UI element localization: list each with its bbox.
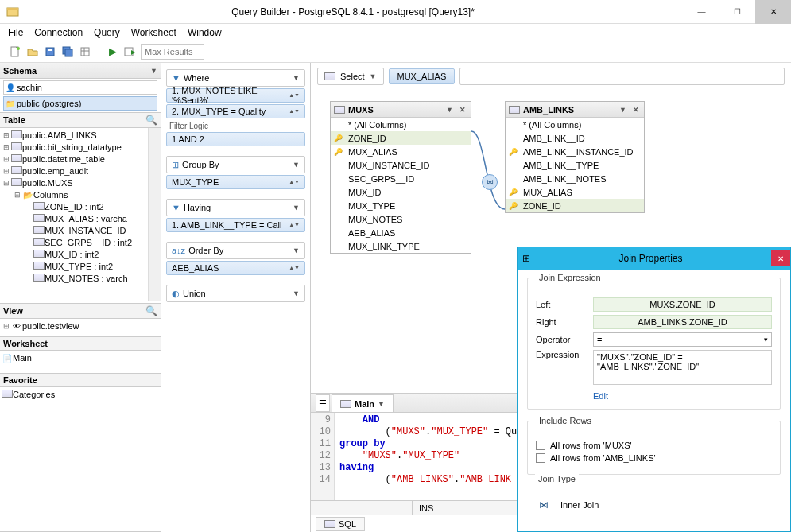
join-type-legend: Join Type (535, 474, 579, 483)
toolbar: ▶ (0, 41, 791, 63)
col-row[interactable]: * (All Columns) (331, 118, 471, 131)
col-row[interactable]: AMB_LINK__NOTES (506, 172, 644, 185)
tree-item[interactable]: ⊞public.AMB_LINKS (2, 130, 148, 142)
sql-icon (324, 520, 335, 528)
favorite-header: Favorite (3, 375, 37, 385)
where-header[interactable]: ▼Where▼ (166, 69, 305, 87)
select-column-pill[interactable]: MUX_ALIAS (389, 68, 456, 84)
inner-join-icon: ⋈ (535, 499, 553, 511)
table-header: Table (3, 115, 25, 125)
select-drop-area[interactable] (459, 68, 785, 85)
tree-item[interactable]: ⊟public.MUXS (2, 177, 148, 189)
dialog-close-button[interactable]: ✕ (771, 250, 790, 266)
window-title: Query Builder - PostgreSQL 8.4.1 - postg… (22, 6, 684, 17)
orderby-header[interactable]: a↓zOrder By▼ (166, 242, 305, 259)
union-header[interactable]: ◐Union▼ (166, 285, 305, 302)
include-amb-checkbox[interactable]: All rows from 'AMB_LINKS' (536, 453, 772, 463)
menu-file[interactable]: File (8, 27, 23, 38)
close-button[interactable]: ✕ (755, 0, 791, 24)
tree-col[interactable]: MUX_INSTANCE_ID (2, 225, 148, 237)
key-icon: 🔑 (509, 188, 520, 196)
table-muxs[interactable]: MUXS▼✕ * (All Columns) 🔑ZONE_ID 🔑MUX_ALI… (330, 101, 471, 254)
grid-icon[interactable] (78, 45, 92, 59)
col-row[interactable]: MUX_TYPE (331, 199, 471, 212)
edit-link[interactable]: Edit (536, 391, 608, 401)
maximize-button[interactable]: ☐ (719, 0, 755, 24)
minimize-button[interactable]: — (684, 0, 719, 24)
sort-icon: a↓z (172, 246, 185, 255)
filter-logic-value[interactable]: 1 AND 2 (166, 132, 305, 146)
key-icon: 🔑 (334, 134, 345, 142)
select-dropdown[interactable]: Select▼ (317, 68, 384, 85)
groupby-header[interactable]: ⊞Group By▼ (166, 156, 305, 173)
tab-sql[interactable]: SQL (316, 517, 365, 531)
col-row[interactable]: MUX_LINK_TYPE (331, 239, 471, 253)
col-row[interactable]: MUX_ID (331, 185, 471, 199)
tree-col[interactable]: SEC_GRPS__ID : int2 (2, 237, 148, 249)
join-node[interactable]: ⋈ (482, 174, 498, 190)
menu-window[interactable]: Window (188, 27, 222, 38)
tree-col[interactable]: MUX_ALIAS : varcha (2, 213, 148, 225)
search-icon[interactable]: 🔍 (145, 115, 157, 126)
col-row[interactable]: 🔑ZONE_ID (506, 199, 644, 212)
groupby-item[interactable]: MUX_TYPE▲▼ (166, 175, 305, 189)
col-row[interactable]: * (All Columns) (506, 118, 644, 131)
col-row[interactable]: 🔑AMB_LINK__INSTANCE_ID (506, 145, 644, 158)
having-header[interactable]: ▼Having▼ (166, 199, 305, 216)
tree-item[interactable]: ⊞public.datetime_table (2, 153, 148, 165)
view-item[interactable]: ⊞👁public.testview (2, 320, 161, 332)
join-right-value[interactable]: AMB_LINKS.ZONE_ID (593, 315, 772, 329)
menu-connection[interactable]: Connection (34, 27, 83, 38)
where-item[interactable]: 2. MUX_TYPE = Quality▲▼ (166, 104, 305, 118)
tree-col[interactable]: MUX_TYPE : int2 (2, 261, 148, 273)
col-row[interactable]: MUX_NOTES (331, 212, 471, 226)
include-muxs-checkbox[interactable]: All rows from 'MUXS' (536, 441, 772, 450)
open-icon[interactable] (25, 45, 40, 59)
join-left-value[interactable]: MUXS.ZONE_ID (593, 297, 772, 312)
tree-item[interactable]: ⊞public.emp_audit (2, 165, 148, 177)
run-icon[interactable]: ▶ (106, 45, 120, 59)
menu-worksheet[interactable]: Worksheet (131, 27, 176, 38)
search-icon[interactable]: 🔍 (145, 305, 157, 316)
orderby-item[interactable]: AEB_ALIAS▲▼ (166, 261, 305, 275)
tree-item[interactable]: ⊞public.bit_string_datatype (2, 142, 148, 153)
schema-public-row[interactable]: 📁public (postgres) (3, 96, 157, 111)
new-icon[interactable] (8, 45, 22, 59)
favorite-item[interactable]: Categories (2, 389, 161, 401)
table-icon (324, 72, 335, 80)
having-item[interactable]: 1. AMB_LINK__TYPE = Call▲▼ (166, 218, 305, 232)
save-icon[interactable] (43, 45, 57, 59)
table-amb-links[interactable]: AMB_LINKS▼✕ * (All Columns) AMB_LINK__ID… (505, 101, 645, 213)
operator-combo[interactable]: =▾ (593, 332, 772, 347)
list-icon[interactable]: ☰ (316, 394, 330, 412)
close-icon[interactable]: ✕ (631, 106, 641, 114)
join-type-value: Inner Join (560, 500, 599, 510)
max-results-input[interactable] (141, 44, 204, 60)
schema-header[interactable]: Schema▼ (0, 63, 161, 79)
col-row[interactable]: MUX_INSTANCE_ID (331, 158, 471, 172)
expression-text[interactable]: "MUXS"."ZONE_ID" = "AMB_LINKS"."ZONE_ID" (593, 350, 772, 385)
col-row[interactable]: AMB_LINK__TYPE (506, 158, 644, 172)
tree-columns[interactable]: ⊟📂Columns (2, 189, 148, 201)
col-row[interactable]: AEB_ALIAS (331, 226, 471, 239)
col-row[interactable]: 🔑MUX_ALIAS (506, 185, 644, 199)
close-icon[interactable]: ✕ (458, 106, 467, 114)
save-all-icon[interactable] (60, 45, 75, 59)
col-row[interactable]: AMB_LINK__ID (506, 131, 644, 145)
worksheet-item[interactable]: 📄Main (2, 352, 161, 364)
svg-rect-5 (48, 49, 52, 51)
col-row[interactable]: SEC_GRPS__ID (331, 172, 471, 185)
col-row[interactable]: 🔑MUX_ALIAS (331, 145, 471, 158)
tree-col[interactable]: MUX_ID : int2 (2, 249, 148, 261)
schema-user-row[interactable]: 👤sachin (3, 80, 157, 95)
chevron-down-icon[interactable]: ▼ (618, 106, 628, 114)
tree-scrollbar[interactable] (148, 128, 161, 301)
run-sheet-icon[interactable] (123, 45, 138, 59)
tree-col[interactable]: ZONE_ID : int2 (2, 201, 148, 213)
chevron-down-icon[interactable]: ▼ (444, 106, 455, 114)
tree-col[interactable]: MUX_NOTES : varch (2, 273, 148, 285)
menu-query[interactable]: Query (94, 27, 120, 38)
col-row[interactable]: 🔑ZONE_ID (331, 131, 471, 145)
where-item[interactable]: 1. MUX_NOTES LIKE '%Sent%'▲▼ (166, 88, 305, 103)
tab-main[interactable]: Main▼ (332, 394, 394, 412)
